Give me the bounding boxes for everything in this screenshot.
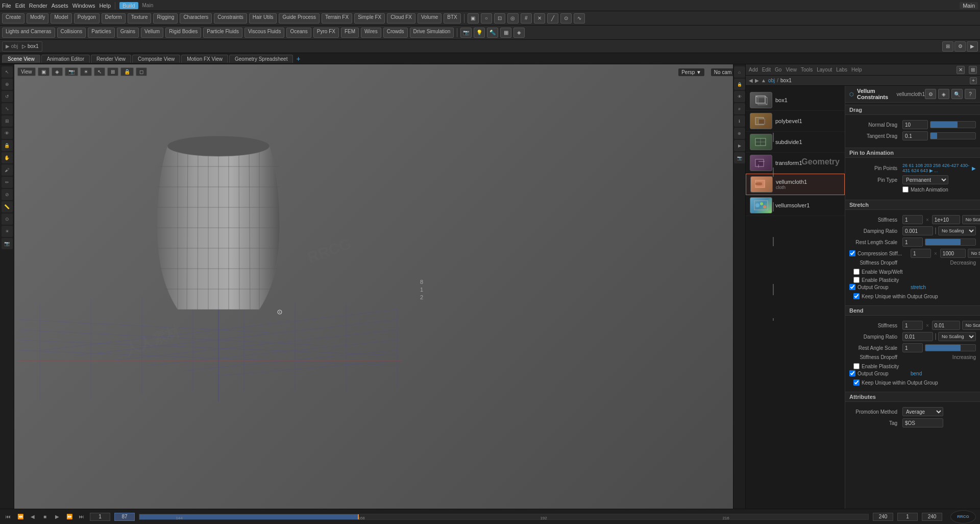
bend-stiffness-input[interactable] [902,321,923,330]
tangent-drag-bar[interactable] [930,132,976,139]
panel-options[interactable]: ✕ [957,66,965,74]
vellum-help[interactable]: ? [965,89,976,99]
node-transform1[interactable]: transform1 [746,153,845,174]
menu-windows[interactable]: Windows [72,3,95,9]
vp-right-home[interactable]: ⌂ [734,66,745,78]
menu-assets[interactable]: Assets [52,3,68,9]
tb-lights[interactable]: Lights and Cameras [2,28,55,38]
keep-unique-stretch-checkbox[interactable] [853,293,860,299]
path-back[interactable]: ◀ [749,78,753,83]
tl-next-key[interactable]: ⏩ [65,513,74,521]
tl-range-end[interactable] [922,513,942,521]
tool-curve[interactable]: ∿ [574,13,585,23]
tool-tube[interactable]: ⊡ [494,13,505,23]
tl-range-start[interactable] [897,513,918,521]
sidebar-camera2[interactable]: 📷 [2,238,13,249]
path-obj[interactable]: obj [768,78,775,83]
stretch-damping-bar[interactable] [935,227,936,234]
node-canvas[interactable]: box1 polybevel1 [746,86,845,509]
output-group-bend-value[interactable]: bend [911,371,922,376]
tb-simple-fx[interactable]: Simple FX [354,13,385,23]
sidebar-pose[interactable]: ✋ [2,152,13,163]
tb-btx[interactable]: BTX [444,13,460,23]
vp-right-grid[interactable]: # [734,103,745,114]
tool-camera[interactable]: 📷 [460,28,472,38]
bend-stiffness-select[interactable]: No Scaling [962,321,980,330]
tb-particle-fluids[interactable]: Particle Fluids [203,28,242,38]
tb-oceans[interactable]: Oceans [286,28,311,38]
tool-geo-light[interactable]: ◈ [513,28,525,38]
view-settings[interactable]: ⚙ [954,41,966,52]
sidebar-transform[interactable]: ⊕ [2,79,13,90]
stretch-stiffness-mult[interactable] [932,215,960,224]
node-vellumcloth1[interactable]: vellumcloth1 cloth [746,174,845,195]
compression-select[interactable]: No Scaling [968,249,980,258]
node-polybevel1[interactable]: polybevel1 [746,111,845,132]
tb-hair-utils[interactable]: Hair Utils [249,13,277,23]
tool-null[interactable]: ✕ [534,13,545,23]
tb-terrain-fx[interactable]: Terrain FX [322,13,352,23]
tool-spot-light[interactable]: 🔦 [487,28,498,38]
normal-drag-bar[interactable] [930,121,976,128]
tb-texture[interactable]: Texture [128,13,152,23]
menu-render[interactable]: Render [29,3,47,9]
tab-geo-spreadsheet[interactable]: Geometry Spreadsheet [229,55,293,63]
tb-polygon[interactable]: Polygon [74,13,100,23]
path-box1[interactable]: box1 [780,78,792,83]
tb-create[interactable]: Create [2,13,24,23]
tb-rigging[interactable]: Rigging [153,13,178,23]
menu-edit[interactable]: Edit [15,3,25,9]
stretch-damping-input[interactable] [902,226,933,235]
vellum-gear[interactable]: ⚙ [925,89,936,99]
tangent-drag-input[interactable] [902,131,928,140]
node-vellumsolver1[interactable]: vellumsolver1 [746,195,845,216]
node-subdivide1[interactable]: subdivide1 [746,132,845,153]
path-add[interactable]: + [970,77,977,84]
tb-deform[interactable]: Deform [102,13,126,23]
tool-line[interactable]: ╱ [547,13,558,23]
enable-warp-checkbox[interactable] [853,269,860,275]
bend-damping-input[interactable] [902,332,933,341]
match-animation-checkbox[interactable] [902,186,909,193]
sidebar-measure[interactable]: 📏 [2,201,13,212]
tb-drive-sim[interactable]: Drive Simulation [410,28,454,38]
compression-mult[interactable] [940,249,966,258]
viewport[interactable]: 人人素材 RRCG 人人素材 View ▣ ◈ 📷 ☀ ↖ ⊞ 🔒 ◻ Pers… [14,64,745,509]
tools-menu[interactable]: Tools [801,67,813,73]
pin-type-select[interactable]: Permanent [902,175,948,184]
keep-unique-bend-checkbox[interactable] [853,379,860,386]
promotion-method-select[interactable]: Average [902,407,943,416]
tb-wires[interactable]: Wires [361,28,381,38]
vellum-node-btn[interactable]: ◈ [938,89,949,99]
sidebar-scale[interactable]: ⤡ [2,103,13,114]
sidebar-rotate[interactable]: ↺ [2,91,13,102]
rest-length-bar[interactable] [925,239,976,246]
tb-pyro[interactable]: Pyro FX [313,28,339,38]
tl-stop[interactable]: ■ [41,513,49,521]
sidebar-view[interactable]: 👁 [2,128,13,139]
tool-circle[interactable]: ⊙ [560,13,572,23]
tool-box[interactable]: ▣ [468,13,479,23]
tool-grid[interactable]: # [521,13,532,23]
tb-constraints[interactable]: Constraints [214,13,247,23]
tool-area-light[interactable]: ▦ [500,28,511,38]
bend-rest-angle-bar[interactable] [925,344,976,351]
tb-particles[interactable]: Particles [88,28,114,38]
compression-checkbox[interactable] [849,250,855,256]
main-workspace[interactable]: Main [960,2,978,9]
view-snap[interactable]: ⊞ [942,41,953,52]
tb-collisions[interactable]: Collisions [57,28,86,38]
labs-menu[interactable]: Labs [836,67,847,73]
tl-play[interactable]: ▶ [53,513,61,521]
tl-skip-start[interactable]: ⏮ [4,513,12,521]
tb-viscous[interactable]: Viscous Fluids [244,28,284,38]
vp-right-info[interactable]: ℹ [734,115,745,127]
rest-length-input[interactable] [902,237,923,247]
bend-damping-bar[interactable] [935,333,936,340]
bend-stiffness-mult[interactable] [932,321,960,330]
output-group-stretch-checkbox[interactable] [849,284,855,290]
tab-scene-view[interactable]: Scene View [2,55,40,63]
vellum-search[interactable]: 🔍 [951,89,963,99]
tool-point-light[interactable]: 💡 [474,28,485,38]
tl-end-frame[interactable] [873,513,893,521]
